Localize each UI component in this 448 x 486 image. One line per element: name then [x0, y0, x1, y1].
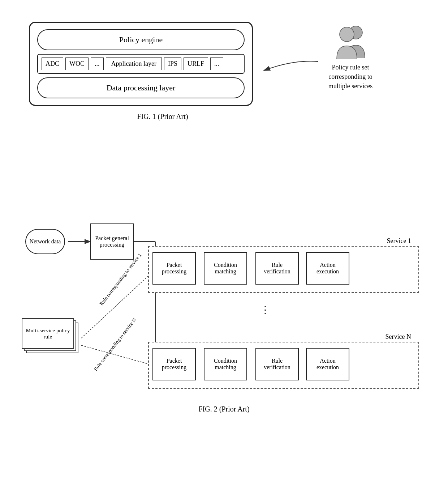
network-data-node: Network data	[25, 229, 65, 254]
service1-box: Service 1 Packet processing Condition ma…	[148, 246, 419, 293]
rule-serviceN-label: Rule corresponding to service N	[93, 317, 138, 372]
network-data-label: Network data	[30, 238, 61, 245]
policy-engine-box: Policy engine	[37, 29, 245, 50]
data-processing-box: Data processing layer	[37, 77, 245, 98]
adc-box: ADC	[42, 57, 63, 70]
sN-condition-matching: Condition matching	[204, 348, 247, 380]
policy-engine-label: Policy engine	[119, 35, 163, 44]
s1-rule-verification: Rule verification	[255, 252, 299, 285]
app-layer-row: ADC WOC ... Application layer IPS URLF .…	[37, 54, 245, 74]
urlf-box: URLF	[184, 57, 208, 70]
packet-general-processing-box: Packet general processing	[90, 223, 134, 260]
sN-action-execution: Action execution	[306, 348, 349, 380]
dots-separator: ⋮	[260, 304, 272, 316]
service1-label: Service 1	[387, 237, 411, 245]
woc-box: WOC	[65, 57, 89, 70]
policy-rule-label: Policy rule setcorresponding tomultiple …	[314, 63, 387, 91]
pkt-general-label: Packet general processing	[94, 235, 130, 248]
sN-rule-verification: Rule verification	[255, 348, 299, 380]
ellipsis-box2: ...	[210, 57, 223, 70]
people-icon	[327, 20, 374, 60]
ellipsis-box1: ...	[91, 57, 104, 70]
s1-condition-matching: Condition matching	[204, 252, 247, 285]
svg-point-1	[340, 27, 354, 42]
s1-packet-processing: Packet processing	[152, 252, 196, 285]
svg-line-19	[81, 345, 155, 366]
data-processing-label: Data processing layer	[107, 83, 176, 92]
serviceN-box: Service N Packet processing Condition ma…	[148, 342, 419, 389]
fig1-outer-box: Policy engine ADC WOC ... Application la…	[29, 22, 253, 106]
arrow-people-to-engine	[242, 56, 322, 81]
app-layer-label: Application layer	[106, 57, 162, 70]
policy-rule-label: Multi-service policy rule	[25, 328, 71, 340]
serviceN-label: Service N	[385, 333, 411, 341]
ips-box: IPS	[164, 57, 181, 70]
policy-rule-stack: Multi-service policy rule	[22, 318, 83, 358]
fig2-caption: FIG. 2 (Prior Art)	[14, 405, 434, 413]
sN-packet-processing: Packet processing	[152, 348, 196, 380]
s1-action-execution: Action execution	[306, 252, 349, 285]
fig1-caption: FIG. 1 (Prior Art)	[29, 112, 296, 121]
rule-service1-label: Rule corresponding to service 1	[99, 252, 143, 307]
policy-figure: Policy rule setcorresponding tomultiple …	[314, 20, 387, 91]
